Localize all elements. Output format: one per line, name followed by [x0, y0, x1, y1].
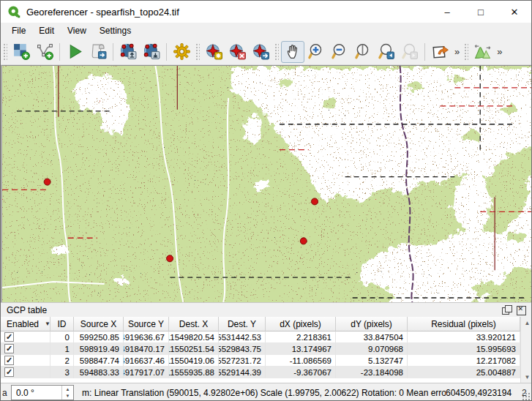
title-bar[interactable]: Georeferencer - spearfish_topo24.tif – □…: [1, 1, 531, 23]
column-header-dy[interactable]: dY (pixels): [336, 317, 408, 331]
zoom-next-button[interactable]: [398, 41, 422, 63]
start-georeferencing-icon: [66, 42, 84, 61]
rotation-spinbox[interactable]: 0.0 ° ▲ ▼: [11, 385, 74, 400]
toolbar-overflow-chevron[interactable]: »: [494, 46, 504, 57]
add-point-button[interactable]: [202, 41, 225, 63]
cell-id: 3: [50, 367, 74, 378]
column-header-dx[interactable]: dX (pixels): [266, 317, 336, 331]
column-header-residual[interactable]: Residual (pixels): [408, 317, 520, 331]
toolbar: » »: [1, 39, 531, 65]
menu-edit[interactable]: Edit: [32, 23, 61, 38]
start-georeferencing-button[interactable]: [63, 41, 86, 63]
map-canvas[interactable]: [1, 65, 532, 302]
sort-indicator-icon[interactable]: ▼: [45, 321, 50, 327]
rotation-label-clipped: a: [2, 388, 9, 398]
dock-float-icon[interactable]: [502, 305, 512, 315]
zoom-next-icon: [401, 42, 419, 61]
gcp-marker[interactable]: [44, 179, 50, 185]
cell-dest-y: 5531442.53: [219, 331, 266, 343]
zoom-last-button[interactable]: [375, 41, 398, 63]
zoom-in-button[interactable]: [304, 41, 328, 63]
resize-grip[interactable]: [522, 392, 531, 401]
full-extent-button[interactable]: [428, 41, 452, 63]
toolbar-drag-handle[interactable]: [3, 43, 7, 61]
spin-up-icon[interactable]: ▲: [62, 386, 73, 393]
window-title: Georeferencer - spearfish_topo24.tif: [26, 7, 179, 18]
cell-source-x: 594883.33: [74, 367, 124, 378]
gdal-script-button[interactable]: [86, 41, 110, 63]
enabled-checkbox[interactable]: ✓: [4, 367, 14, 377]
gcp-marker[interactable]: [312, 198, 318, 205]
histogram-stretch-button[interactable]: [471, 41, 494, 63]
cell-dx: -11.086569: [266, 355, 336, 367]
qgis-logo-icon: [7, 5, 20, 18]
open-raster-button[interactable]: [10, 41, 33, 63]
menu-settings[interactable]: Settings: [93, 23, 138, 38]
gcp-marker[interactable]: [167, 255, 173, 262]
open-vector-button[interactable]: [33, 41, 56, 63]
zoom-out-icon: [331, 42, 349, 61]
minimize-button[interactable]: –: [430, 1, 464, 23]
toolbar-overflow-chevron[interactable]: »: [452, 46, 462, 57]
spin-down-icon[interactable]: ▼: [62, 393, 73, 400]
georeferencer-window: Georeferencer - spearfish_topo24.tif – □…: [0, 0, 532, 401]
move-point-button[interactable]: [249, 41, 272, 63]
dock-close-icon[interactable]: [516, 305, 525, 315]
close-button[interactable]: ✕: [498, 1, 531, 23]
cell-source-x: 599250.85: [74, 331, 124, 343]
menu-file[interactable]: File: [5, 23, 32, 38]
transformation-settings-button[interactable]: [170, 41, 193, 63]
transform-status-text: m: Linear Translation (590015, 4.92802e+…: [82, 388, 446, 398]
column-header-source-x[interactable]: Source X: [74, 317, 124, 331]
open-raster-icon: [12, 42, 31, 61]
zoom-out-button[interactable]: [328, 41, 351, 63]
enabled-checkbox[interactable]: ✓: [4, 344, 14, 353]
cell-source-x: 598919.49: [74, 343, 124, 355]
gcp-table: Enabled ▼ ID Source X Source Y Dest. X D…: [1, 317, 520, 381]
cell-dy: 5.132747: [336, 355, 408, 367]
save-gcp-points-icon: [143, 42, 161, 61]
toolbar-separator: [424, 43, 425, 61]
cell-source-y: 4918470.17: [124, 343, 169, 355]
cell-source-y: 4917917.07: [124, 367, 169, 378]
cell-dx: -9.367067: [266, 367, 336, 378]
table-row[interactable]: ✓ 1 598919.49 4918470.17 -11550251.54 55…: [1, 343, 520, 355]
menu-bar: File Edit View Settings: [1, 23, 531, 39]
zoom-to-layer-button[interactable]: [351, 41, 375, 63]
column-header-dest-x[interactable]: Dest. X: [169, 317, 219, 331]
toolbar-separator: [59, 43, 60, 61]
maximize-button[interactable]: □: [464, 1, 498, 23]
toolbar-separator: [113, 43, 113, 61]
cell-source-y: 4916637.46: [124, 355, 169, 367]
toolbar-drag-handle[interactable]: [195, 43, 200, 61]
cell-residual: 15.995693: [408, 343, 520, 355]
column-header-id[interactable]: ID: [50, 317, 74, 331]
menu-view[interactable]: View: [61, 23, 93, 38]
table-row[interactable]: ✓ 0 599250.85 4919636.67 -11549820.54 55…: [1, 331, 520, 343]
delete-point-button[interactable]: [225, 41, 249, 63]
table-row[interactable]: ✓ 2 598847.74 4916637.46 -11550419.06 55…: [1, 355, 520, 367]
toolbar-drag-handle[interactable]: [464, 43, 468, 61]
column-header-source-y[interactable]: Source Y: [124, 317, 169, 331]
table-row[interactable]: ✓ 3 594883.33 4917917.07 -11555935.88 55…: [1, 367, 520, 378]
status-bar: a 0.0 ° ▲ ▼ m: Linear Translation (59001…: [1, 383, 531, 401]
scroll-down-icon[interactable]: ▼: [521, 371, 532, 383]
gcp-dock-titlebar[interactable]: GCP table: [1, 302, 531, 317]
open-vector-icon: [36, 42, 54, 61]
zoom-last-icon: [378, 42, 396, 61]
rotation-value[interactable]: 0.0 °: [12, 388, 61, 398]
toolbar-separator: [166, 43, 167, 61]
enabled-checkbox[interactable]: ✓: [4, 332, 14, 342]
pan-button[interactable]: [281, 41, 304, 63]
save-gcp-points-button[interactable]: [140, 41, 163, 63]
cell-dy: 33.847504: [336, 331, 408, 343]
column-header-dest-y[interactable]: Dest. Y: [219, 317, 266, 331]
enabled-checkbox[interactable]: ✓: [4, 356, 14, 365]
toolbar-drag-handle[interactable]: [274, 43, 279, 61]
cell-id: 2: [50, 355, 74, 367]
gcp-marker[interactable]: [300, 238, 307, 244]
load-gcp-points-button[interactable]: [116, 41, 140, 63]
table-vertical-scrollbar[interactable]: ▲ ▼: [520, 317, 532, 383]
scroll-up-icon[interactable]: ▲: [521, 317, 532, 329]
column-header-enabled[interactable]: Enabled ▼: [1, 317, 50, 331]
